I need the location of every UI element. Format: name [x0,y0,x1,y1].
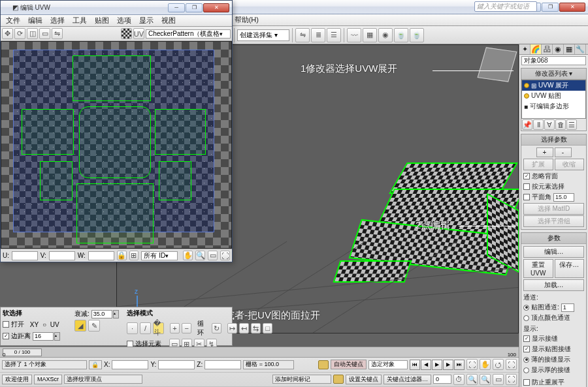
pan-icon[interactable]: ✋ [183,251,193,260]
arc-rotate-icon[interactable]: ⭯ [493,359,504,370]
render-setup-icon[interactable]: 🍵 [394,28,408,42]
help-search[interactable]: 鍵入关键字或短语 [474,1,537,12]
brush-icon[interactable]: ✎ [88,320,100,332]
current-frame[interactable]: 0 [433,375,451,384]
x-field[interactable] [112,360,148,369]
align-icon[interactable]: ≣ [311,28,325,42]
close-button[interactable]: ✕ [559,3,585,12]
key-icon[interactable] [333,375,344,384]
zoom-icon[interactable]: 🔍 [195,251,205,260]
matid-dropdown[interactable]: 所有 ID ▾ [141,251,178,260]
min-button[interactable]: ─ [168,3,185,12]
by-element-checkbox[interactable]: 按元素选择 [523,181,584,192]
show-map-icon[interactable] [121,28,132,39]
mirror-icon[interactable]: ⇋ [52,28,63,39]
fov-icon[interactable]: 🔍 [480,374,491,385]
modifier-item[interactable]: ■可编辑多边形 [522,101,585,112]
unique-icon[interactable]: ∀ [544,119,555,130]
goto-start-icon[interactable]: ⏮ [410,360,420,370]
vertex-mode-icon[interactable]: · [127,322,138,334]
pin-stack-icon[interactable]: 📌 [522,119,532,130]
zoom-icon[interactable]: 🔍 [466,374,478,385]
z-field[interactable] [204,360,241,369]
uvw-editor-window[interactable]: ◩ 编辑 UVW ─ ❐ ✕ 文件 编辑 选择 工具 贴图 选项 显示 视图 ✥… [0,0,233,262]
min-max-icon[interactable]: ⛶ [506,374,517,385]
restore-button[interactable]: ❐ [186,3,203,12]
pan-icon[interactable]: ✋ [480,359,491,370]
show-end-icon[interactable]: Ⅱ [533,119,544,130]
object-name-field[interactable]: 对象068 [521,56,586,65]
save-button[interactable]: 保存… [555,259,585,278]
menu-item[interactable]: 帮助(H) [231,14,263,26]
mirror-icon[interactable]: ⇋ [295,28,310,42]
motion-tab[interactable]: ◉ [553,44,564,54]
play-icon[interactable]: ▶ [432,360,442,370]
viewcube[interactable] [478,47,517,82]
uvw-titlebar[interactable]: ◩ 编辑 UVW ─ ❐ ✕ [1,1,232,15]
autokey-button[interactable]: 自动关键点 [331,360,367,369]
command-panel-tabs[interactable]: ✦ 🌈 品 ◉ ▦ 🔧 [519,44,588,55]
next-frame-icon[interactable]: ▶ [443,360,453,370]
remove-mod-icon[interactable]: 🗑 [555,119,566,130]
rotate-icon[interactable]: ⟳ [14,28,25,39]
falloff-icon[interactable]: ◢ [74,320,86,332]
tool-icon[interactable]: ⇆ [251,323,261,333]
time-config-icon[interactable]: ⏱ [453,374,465,385]
render-icon[interactable]: 🍵 [410,28,424,42]
create-tab[interactable]: ✦ [519,44,531,54]
grow-sel-button[interactable]: + [536,147,553,157]
playback-controls[interactable]: ⏮ ◀ ▶ ▶ ⏭ [410,360,465,370]
lock-icon[interactable]: 🔒 [117,251,127,260]
reset-uvw-button[interactable]: 重置 UVW [523,259,553,278]
named-sel-set[interactable]: 创建选择集 ▾ [237,29,289,41]
close-button[interactable]: ✕ [203,3,229,12]
material-editor-icon[interactable]: ◉ [378,28,393,42]
region-zoom-icon[interactable]: ▭ [493,374,504,385]
modifier-item[interactable]: ⊞UVW 展开 [522,80,585,91]
zoom-ext-icon[interactable]: ⛶ [466,359,478,370]
load-button[interactable]: 加载… [523,279,584,291]
setkey-button[interactable]: 设置关键点 [346,375,382,384]
hierarchy-tab[interactable]: 品 [542,44,553,54]
vertex-color-radio[interactable]: 顶点颜色通道 [523,313,584,323]
prev-frame-icon[interactable]: ◀ [421,360,431,370]
face-mode-icon[interactable]: �斗 [153,322,164,334]
y-field[interactable] [158,360,195,369]
display-tab[interactable]: ▦ [564,44,575,54]
tool-icon[interactable]: ↤ [239,323,249,333]
restore-button[interactable]: ❐ [542,3,559,12]
planar-angle-checkbox[interactable]: 平面角15.0 [523,192,584,202]
move-icon[interactable]: ✥ [2,28,13,39]
checker-dropdown[interactable]: CheckerPattern（棋盘格 ▾ [146,29,231,39]
goto-end-icon[interactable]: ⏭ [454,360,465,370]
key-icon[interactable] [318,360,329,369]
uv-icon[interactable]: UV [133,28,144,39]
keyfilter-button[interactable]: 关键点过滤器… [384,375,431,384]
freeform-icon[interactable]: ▭ [39,28,50,39]
map-channel-radio[interactable]: 贴图通道:1 [523,302,584,313]
config-icon[interactable]: ☰ [566,119,577,130]
ignore-backfacing-checkbox[interactable]: ✓忽略背面 [523,171,584,181]
schematic-icon[interactable]: ▦ [363,28,377,42]
layer-icon[interactable]: ☰ [327,28,341,42]
pixel-snap-icon[interactable]: ⊞ [129,251,139,260]
uv-canvas[interactable] [1,41,232,249]
edge-mode-icon[interactable]: / [140,322,151,334]
time-slider[interactable]: 0 / 100 0 100 [0,347,519,358]
uvw-menubar[interactable]: 文件 编辑 选择 工具 贴图 选项 显示 视图 [1,15,232,27]
tool-icon[interactable]: □ [263,323,272,333]
maximize-vp-icon[interactable]: ⛶ [506,359,517,370]
modifier-item[interactable]: UVW 贴图 [522,91,585,101]
edit-button[interactable]: 编辑… [523,246,584,258]
loop-icon[interactable]: ↻ [212,323,221,333]
plus-icon[interactable]: + [170,323,180,333]
scale-icon[interactable]: ◫ [27,28,38,39]
modifier-list-dropdown[interactable]: 修改器列表 ▾ [521,69,586,80]
zoom-region-icon[interactable]: ▭ [208,251,218,260]
curve-editor-icon[interactable]: 〰 [347,28,361,42]
utilities-tab[interactable]: 🔧 [575,44,586,54]
tool-icon[interactable]: ↦ [227,323,237,333]
modify-tab[interactable]: 🌈 [531,44,542,54]
shrink-sel-button[interactable]: - [555,147,572,157]
minus-icon[interactable]: − [182,323,191,333]
